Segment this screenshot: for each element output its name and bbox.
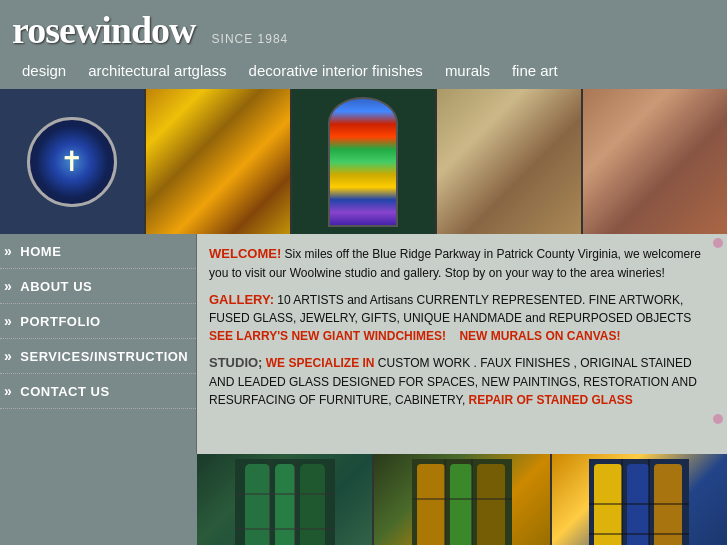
svg-rect-3 — [300, 464, 325, 545]
sidebar-label-portfolio: PORTFOLIO — [20, 314, 100, 329]
dot-decor-1 — [713, 238, 723, 248]
svg-rect-10 — [450, 464, 472, 545]
gallery-thumb-4[interactable] — [437, 89, 581, 234]
sidebar-label-services: SERVICES/INSTRUCTION — [20, 349, 188, 364]
sidebar-label-home: HOME — [20, 244, 61, 259]
arrow-icon-3: » — [4, 313, 12, 329]
studio-paragraph: STUDIO; WE SPECIALIZE IN CUSTOM WORK . F… — [209, 353, 715, 409]
arrow-icon-2: » — [4, 278, 12, 294]
sidebar-item-home[interactable]: » HOME — [0, 234, 196, 269]
svg-rect-2 — [275, 464, 295, 545]
nav-finishes[interactable]: decorative interior finishes — [239, 60, 433, 81]
sidebar-item-about[interactable]: » ABOUT US — [0, 269, 196, 304]
bottom-section — [0, 454, 727, 545]
studio-specialize: WE SPECIALIZE IN — [266, 356, 375, 370]
gallery-paragraph: GALLERY: 10 ARTISTS and Artisans CURRENT… — [209, 290, 715, 346]
sidebar: » HOME » ABOUT US » PORTFOLIO » SERVICES… — [0, 234, 197, 454]
dot-decor-2 — [713, 414, 723, 424]
studio-link[interactable]: REPAIR OF STAINED GLASS — [469, 393, 633, 407]
gallery-text: 10 ARTISTS and Artisans CURRENTLY REPRES… — [209, 293, 691, 326]
gallery-thumb-5[interactable] — [583, 89, 727, 234]
sidebar-label-contact: CONTACT US — [20, 384, 109, 399]
main-content: » HOME » ABOUT US » PORTFOLIO » SERVICES… — [0, 234, 727, 454]
sidebar-label-about: ABOUT US — [20, 279, 92, 294]
bottom-thumb-2[interactable] — [374, 454, 549, 545]
gallery-link-1[interactable]: SEE LARRY'S NEW GIANT WINDCHIMES! — [209, 329, 446, 343]
arrow-icon-4: » — [4, 348, 12, 364]
nav-fineart[interactable]: fine art — [502, 60, 568, 81]
welcome-paragraph: WELCOME! Six miles off the Blue Ridge Pa… — [209, 244, 715, 282]
svg-rect-9 — [417, 464, 445, 545]
bottom-gallery — [197, 454, 727, 545]
nav-artglass[interactable]: architectural artglass — [78, 60, 236, 81]
nav-design[interactable]: design — [12, 60, 76, 81]
gallery-thumb-1[interactable]: ✝ — [0, 89, 144, 234]
sidebar-item-services[interactable]: » SERVICES/INSTRUCTION — [0, 339, 196, 374]
header: rosewindow SINCE 1984 — [0, 0, 727, 56]
arrow-icon: » — [4, 243, 12, 259]
nav-murals[interactable]: murals — [435, 60, 500, 81]
since-label: SINCE 1984 — [212, 32, 289, 46]
studio-label: STUDIO; — [209, 355, 262, 370]
bottom-thumb-1[interactable] — [197, 454, 372, 545]
svg-rect-1 — [245, 464, 270, 545]
logo[interactable]: rosewindow — [12, 8, 196, 52]
content-area: WELCOME! Six miles off the Blue Ridge Pa… — [197, 234, 727, 454]
sidebar-bottom-spacer — [0, 454, 197, 545]
sidebar-item-contact[interactable]: » CONTACT US — [0, 374, 196, 409]
sidebar-item-portfolio[interactable]: » PORTFOLIO — [0, 304, 196, 339]
gallery-link-2[interactable]: NEW MURALS ON CANVAS! — [459, 329, 620, 343]
gallery-strip: ✝ — [0, 89, 727, 234]
welcome-text: Six miles off the Blue Ridge Parkway in … — [209, 247, 701, 280]
svg-rect-11 — [477, 464, 505, 545]
gallery-label: GALLERY: — [209, 292, 274, 307]
nav-bar: design architectural artglass decorative… — [0, 56, 727, 89]
gallery-thumb-2[interactable] — [146, 89, 290, 234]
arrow-icon-5: » — [4, 383, 12, 399]
gallery-thumb-3[interactable] — [292, 89, 436, 234]
welcome-label: WELCOME! — [209, 246, 281, 261]
bottom-thumb-3[interactable] — [552, 454, 727, 545]
